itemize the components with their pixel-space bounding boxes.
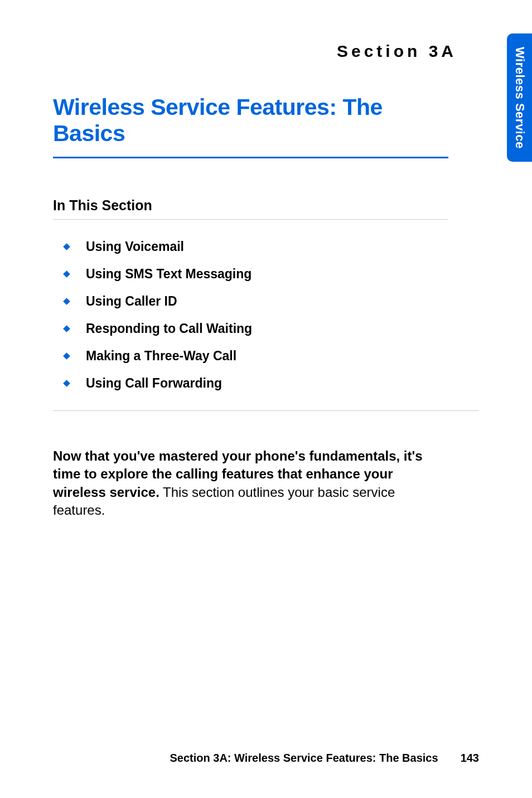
page-title: Wireless Service Features: The Basics	[53, 94, 448, 158]
list-item: Responding to Call Waiting	[53, 321, 448, 336]
diamond-bullet-icon	[63, 352, 70, 360]
list-item: Making a Three-Way Call	[53, 349, 448, 364]
list-item: Using Caller ID	[53, 294, 448, 309]
diamond-bullet-icon	[63, 325, 70, 332]
footer-title: Section 3A: Wireless Service Features: T…	[170, 752, 438, 765]
footer-page-number: 143	[461, 752, 479, 765]
list-item: Using Voicemail	[53, 239, 448, 254]
diamond-bullet-icon	[63, 380, 70, 387]
bullet-text: Using SMS Text Messaging	[86, 267, 252, 282]
bullet-list: Using Voicemail Using SMS Text Messaging…	[53, 239, 479, 411]
diamond-bullet-icon	[63, 298, 70, 305]
diamond-bullet-icon	[63, 243, 70, 250]
bullet-text: Making a Three-Way Call	[86, 349, 236, 364]
bullet-text: Using Call Forwarding	[86, 376, 222, 391]
page-content: Section 3A Wireless Service Features: Th…	[0, 0, 532, 798]
bullet-text: Responding to Call Waiting	[86, 321, 252, 336]
page-footer: Section 3A: Wireless Service Features: T…	[53, 752, 479, 765]
bullet-text: Using Voicemail	[86, 239, 184, 254]
subsection-title: In This Section	[53, 197, 448, 220]
list-item: Using Call Forwarding	[53, 376, 448, 391]
diamond-bullet-icon	[63, 270, 70, 278]
bullet-text: Using Caller ID	[86, 294, 177, 309]
body-paragraph: Now that you've mastered your phone's fu…	[53, 447, 448, 520]
list-item: Using SMS Text Messaging	[53, 267, 448, 282]
section-label: Section 3A	[53, 42, 479, 61]
